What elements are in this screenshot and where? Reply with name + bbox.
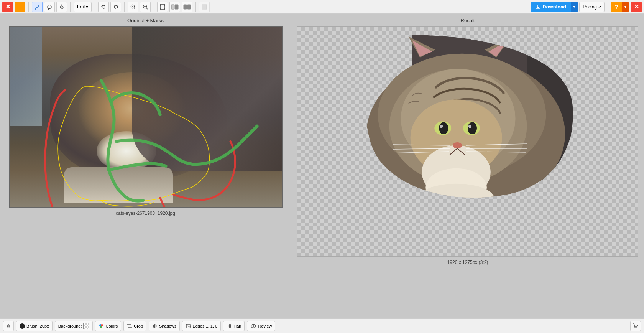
toolbar-separator-3 (95, 2, 95, 12)
edges-button[interactable]: Edges 1, 1, 0 (182, 321, 221, 331)
review-button[interactable]: Review (247, 321, 275, 331)
undo-button[interactable] (98, 2, 109, 12)
left-image-filename: cats-eyes-2671903_1920.jpg (116, 211, 175, 216)
svg-rect-10 (171, 5, 174, 9)
lasso-tool-button[interactable] (44, 2, 55, 12)
history-button[interactable] (199, 2, 210, 12)
split-view-button[interactable] (182, 2, 192, 12)
edges-icon (186, 323, 191, 329)
cart-icon (633, 323, 638, 329)
shadows-button[interactable]: Shadows (149, 321, 180, 331)
top-toolbar: ✕ − Edit ▾ (0, 0, 644, 14)
pen-tool-button[interactable] (32, 2, 43, 12)
download-group: Download ▾ (531, 2, 578, 12)
svg-point-52 (253, 325, 254, 327)
right-image-dimensions: 1920 x 1275px (3:2) (447, 260, 488, 265)
background-swatch-icon (83, 323, 89, 329)
background-button[interactable]: Background: (55, 321, 93, 331)
svg-point-31 (468, 122, 477, 134)
redo-button[interactable] (110, 2, 121, 12)
svg-point-45 (8, 325, 10, 327)
brush-indicator-icon (20, 323, 25, 329)
left-panel-title: Original + Marks (127, 18, 164, 23)
toolbar-separator-4 (124, 2, 125, 12)
review-icon (250, 323, 256, 329)
right-panel: Result (291, 14, 644, 318)
left-image-container[interactable] (9, 26, 283, 208)
svg-point-25 (418, 184, 494, 214)
svg-rect-9 (160, 5, 165, 9)
svg-point-48 (100, 326, 102, 328)
download-dropdown-button[interactable]: ▾ (571, 2, 578, 12)
minimize-circle-button[interactable]: − (15, 2, 25, 12)
hair-button[interactable]: Hair (223, 321, 245, 331)
svg-point-27 (458, 199, 512, 230)
colors-button[interactable]: Colors (95, 321, 121, 331)
right-image-container (297, 26, 638, 257)
colors-icon (99, 323, 104, 329)
zoom-reset-button[interactable] (128, 2, 138, 12)
svg-line-6 (146, 8, 148, 9)
hair-icon (227, 323, 232, 329)
shadows-icon (152, 323, 158, 329)
brush-tool-button[interactable]: Brush: 20px (16, 321, 53, 331)
svg-line-3 (134, 8, 135, 9)
svg-rect-13 (187, 5, 191, 9)
main-content: Original + Marks (0, 14, 644, 318)
bottom-toolbar: Brush: 20px Background: Colors Crop Shad… (0, 318, 644, 333)
left-panel: Original + Marks (0, 14, 291, 318)
help-button[interactable]: ? (611, 2, 622, 12)
pricing-button[interactable]: Pricing ↗ (579, 2, 605, 12)
toolbar-separator-1 (28, 2, 29, 12)
hand-tool-button[interactable] (56, 2, 67, 12)
toolbar-separator-2 (70, 2, 71, 12)
svg-point-33 (468, 125, 472, 128)
svg-rect-14 (202, 5, 207, 9)
help-group: ? ▾ (611, 2, 629, 12)
preview-button[interactable] (169, 2, 180, 12)
svg-point-26 (405, 199, 458, 230)
toolbar-separator-7 (608, 2, 608, 12)
result-canvas (297, 27, 638, 256)
svg-rect-11 (175, 5, 178, 9)
svg-point-32 (440, 125, 443, 128)
app-close-button[interactable]: ✕ (631, 2, 642, 12)
svg-rect-12 (184, 5, 187, 9)
toolbar-separator-6 (196, 2, 196, 12)
crop-button[interactable]: Crop (123, 321, 146, 331)
svg-point-34 (453, 142, 462, 148)
svg-marker-1 (116, 6, 118, 8)
download-button[interactable]: Download (531, 2, 571, 12)
svg-marker-0 (102, 6, 103, 8)
svg-point-54 (636, 327, 637, 328)
cart-button[interactable] (630, 321, 641, 331)
edit-button[interactable]: Edit ▾ (74, 2, 92, 12)
zoom-in-button[interactable] (140, 2, 151, 12)
crop-icon (127, 323, 132, 329)
svg-point-30 (439, 122, 448, 134)
help-dropdown-button[interactable]: ▾ (622, 2, 629, 12)
close-circle-button[interactable]: ✕ (2, 2, 13, 12)
fit-screen-button[interactable] (157, 2, 168, 12)
settings-cog-button[interactable] (3, 321, 14, 331)
right-panel-title: Result (461, 18, 475, 23)
toolbar-separator-5 (154, 2, 154, 12)
svg-point-53 (634, 327, 635, 328)
